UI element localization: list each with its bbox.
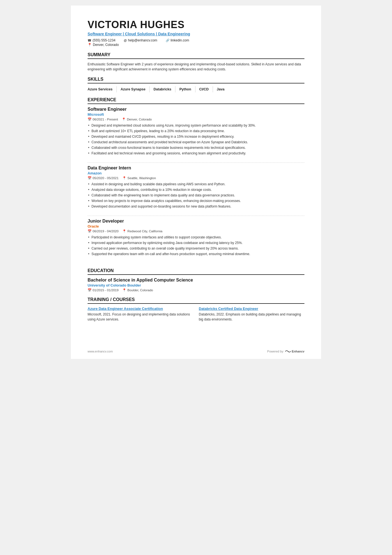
job-title-3: Junior Developer: [88, 219, 304, 224]
linkedin-url: linkedin.com: [171, 38, 189, 42]
summary-title: SUMMARY: [88, 52, 304, 59]
candidate-name: VICTORIA HUGHES: [88, 19, 304, 31]
skill-azure-services: Azure Services: [88, 86, 117, 92]
skill-cicd: CI/CD: [199, 86, 213, 92]
bullet-item: Designed and implemented cloud solutions…: [88, 123, 304, 128]
job-amazon: Data Engineer Intern Amazon 📅 05/2020 - …: [88, 166, 304, 216]
training-desc-1: Microsoft, 2021. Focus on designing and …: [88, 312, 193, 322]
job-dates-3: 📅 06/2019 - 04/2020: [88, 229, 118, 233]
education-title: EDUCATION: [88, 268, 304, 275]
contact-row: ☎ (555) 555-1234 @ help@enhancv.com 🔗 li…: [88, 38, 304, 42]
company-name-2: Amazon: [88, 171, 304, 175]
bullet-item: Supported the operations team with on-ca…: [88, 251, 304, 256]
skill-azure-synapse: Azure Synapse: [121, 86, 150, 92]
bullet-item: Carried out peer reviews, contributing t…: [88, 246, 304, 251]
edu-dates: 📅 01/2015 - 01/2019: [88, 288, 118, 292]
bullet-item: Developed and maintained CI/CD pipelines…: [88, 134, 304, 139]
training-title: TRAINING / COURSES: [88, 297, 304, 304]
bullet-item: Collaborated with the engineering team t…: [88, 193, 304, 198]
training-title-1: Azure Data Engineer Associate Certificat…: [88, 307, 193, 311]
bullet-item: Improved application performance by opti…: [88, 240, 304, 245]
phone-icon: ☎: [88, 39, 91, 42]
enhancv-logo: Enhancv: [285, 349, 304, 353]
bullet-item: Facilitated and led technical reviews an…: [88, 151, 304, 156]
calendar-icon-2: 📅: [88, 176, 91, 180]
summary-text: Enthusiastic Software Engineer with 2 ye…: [88, 62, 304, 72]
candidate-title: Software Engineer | Cloud Solutions | Da…: [88, 32, 304, 36]
brand-name: Enhancv: [292, 350, 304, 353]
degree-title: Bachelor of Science in Applied Computer …: [88, 278, 304, 283]
job-location-1: 📍 Denver, Colorado: [122, 117, 152, 121]
enhancv-logo-icon: [285, 349, 291, 353]
job-dates-1: 📅 06/2021 - Present: [88, 117, 118, 121]
powered-by-text: Powered by: [267, 350, 283, 353]
phone-item: ☎ (555) 555-1234: [88, 38, 115, 42]
edu-location: 📍 Boulder, Colorado: [122, 288, 153, 292]
email-icon: @: [124, 39, 127, 42]
footer-website: www.enhancv.com: [88, 350, 113, 353]
bullet-item: Worked on key projects to improve data a…: [88, 198, 304, 203]
company-name-1: Microsoft: [88, 112, 304, 117]
location-text: Denver, Colorado: [93, 43, 119, 47]
summary-section: SUMMARY Enthusiastic Software Engineer w…: [88, 52, 304, 72]
job-location-2: 📍 Seattle, Washington: [122, 176, 156, 180]
linkedin-icon: 🔗: [166, 39, 170, 42]
job-bullets-2: Assisted in designing and building scala…: [88, 182, 304, 209]
education-section: EDUCATION Bachelor of Science in Applied…: [88, 268, 304, 292]
training-grid: Azure Data Engineer Associate Certificat…: [88, 307, 304, 322]
linkedin-item: 🔗 linkedin.com: [166, 38, 189, 42]
footer-logo: Powered by Enhancv: [267, 349, 304, 353]
job-location-3: 📍 Redwood City, California: [122, 229, 162, 233]
email-item: @ help@enhancv.com: [124, 38, 157, 42]
bullet-item: Conducted architectural assessments and …: [88, 140, 304, 145]
footer: www.enhancv.com Powered by Enhancv: [88, 349, 304, 353]
skills-section: SKILLS Azure Services Azure Synapse Data…: [88, 77, 304, 92]
job-title-1: Software Engineer: [88, 107, 304, 112]
training-item-2: Databricks Certified Data Engineer Datab…: [199, 307, 304, 322]
job-title-2: Data Engineer Intern: [88, 166, 304, 171]
job-meta-1: 📅 06/2021 - Present 📍 Denver, Colorado: [88, 117, 304, 121]
location-icon: 📍: [88, 43, 92, 47]
bullet-item: Analyzed data storage solutions, contrib…: [88, 187, 304, 192]
skill-python: Python: [179, 86, 195, 92]
training-section: TRAINING / COURSES Azure Data Engineer A…: [88, 297, 304, 322]
training-desc-2: Databricks, 2022. Emphasis on building d…: [199, 312, 304, 322]
edu-meta: 📅 01/2015 - 01/2019 📍 Boulder, Colorado: [88, 288, 304, 292]
bullet-item: Collaborated with cross-functional teams…: [88, 145, 304, 150]
location-icon-1: 📍: [122, 117, 126, 121]
location-icon-2: 📍: [122, 176, 126, 180]
bullet-item: Developed documentation and supported on…: [88, 204, 304, 209]
location-icon-edu: 📍: [122, 288, 126, 292]
skills-title: SKILLS: [88, 77, 304, 83]
phone-number: (555) 555-1234: [93, 38, 115, 42]
job-dates-2: 📅 05/2020 - 05/2021: [88, 176, 118, 180]
job-microsoft: Software Engineer Microsoft 📅 06/2021 - …: [88, 107, 304, 163]
job-bullets-3: Participated in developing system interf…: [88, 235, 304, 256]
calendar-icon-1: 📅: [88, 117, 91, 121]
calendar-icon-3: 📅: [88, 229, 91, 233]
job-bullets-1: Designed and implemented cloud solutions…: [88, 123, 304, 156]
email-address: help@enhancv.com: [128, 38, 157, 42]
header: VICTORIA HUGHES Software Engineer | Clou…: [88, 19, 304, 47]
experience-title: EXPERIENCE: [88, 97, 304, 104]
calendar-icon-edu: 📅: [88, 288, 91, 292]
school-name: University of Colorado Boulder: [88, 283, 304, 287]
job-meta-3: 📅 06/2019 - 04/2020 📍 Redwood City, Cali…: [88, 229, 304, 233]
bullet-item: Participated in developing system interf…: [88, 235, 304, 240]
experience-section: EXPERIENCE Software Engineer Microsoft 📅…: [88, 97, 304, 263]
training-item-1: Azure Data Engineer Associate Certificat…: [88, 307, 193, 322]
company-name-3: Oracle: [88, 224, 304, 228]
skill-java: Java: [217, 86, 229, 92]
resume-page: VICTORIA HUGHES Software Engineer | Clou…: [71, 6, 321, 359]
job-oracle: Junior Developer Oracle 📅 06/2019 - 04/2…: [88, 219, 304, 263]
skill-databricks: Databricks: [153, 86, 175, 92]
location-icon-3: 📍: [122, 229, 126, 233]
location-row: 📍 Denver, Colorado: [88, 43, 304, 47]
education-entry: Bachelor of Science in Applied Computer …: [88, 278, 304, 292]
job-meta-2: 📅 05/2020 - 05/2021 📍 Seattle, Washingto…: [88, 176, 304, 180]
training-title-2: Databricks Certified Data Engineer: [199, 307, 304, 311]
bullet-item: Built and optimized 10+ ETL pipelines, l…: [88, 129, 304, 134]
bullet-item: Assisted in designing and building scala…: [88, 182, 304, 187]
skills-row: Azure Services Azure Synapse Databricks …: [88, 86, 304, 92]
